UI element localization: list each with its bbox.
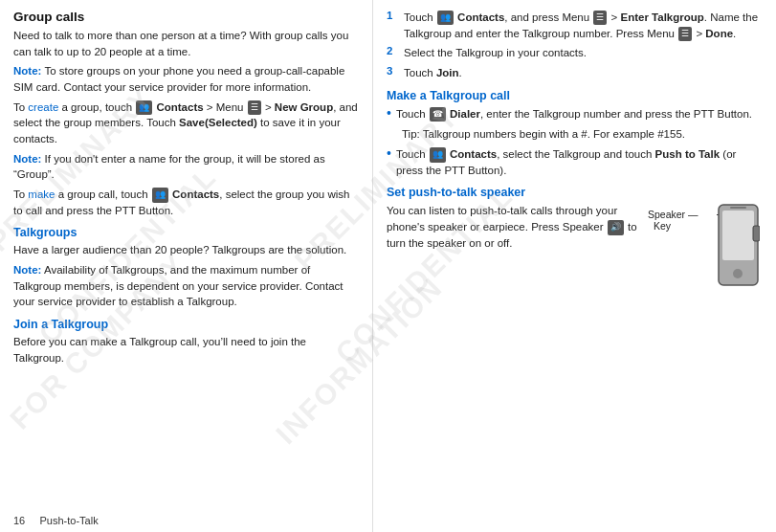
speaker-diagram: Speaker — Key (648, 203, 763, 294)
tip-text: Talkgroup numbers begin with a #. For ex… (420, 128, 685, 140)
svg-point-2 (733, 269, 743, 278)
make-link: make (28, 188, 55, 200)
done-bold: Done (705, 28, 733, 39)
step3-number: 3 (387, 65, 400, 77)
note1: Note: To store groups on your phone you … (13, 63, 359, 95)
speaker-section: You can listen to push-to-talk calls thr… (387, 203, 763, 294)
join-bold: Join (436, 67, 459, 78)
tip-section: Tip: Talkgroup numbers begin with a #. F… (402, 126, 763, 143)
svg-rect-4 (753, 226, 760, 241)
note1-text: To store groups on your phone you need a… (13, 65, 344, 93)
step1-number: 1 (387, 10, 400, 21)
phone-svg (717, 203, 760, 287)
bullet2: • Touch 👥 Contacts, select the Talkgroup… (387, 146, 763, 178)
page-footer: 16 Push-to-Talk (13, 515, 99, 526)
speaker-para: You can listen to push-to-talk calls thr… (387, 203, 640, 251)
bullet2-text: Touch 👥 Contacts, select the Talkgroup a… (396, 146, 763, 178)
speaker-label: Speaker — (648, 209, 698, 220)
menu-icon2: ☰ (593, 11, 607, 25)
tip-label: Tip: (402, 128, 420, 140)
note1-label: Note: (13, 65, 41, 77)
create-para: To create a group, touch 👥 Contacts > Me… (13, 100, 359, 147)
make-talkgroup-title: Make a Talkgroup call (387, 89, 763, 102)
bullet-section: • Touch ☎ Dialer, enter the Talkgroup nu… (387, 106, 763, 179)
menu-icon3: ☰ (678, 27, 692, 41)
push-to-talk-bold: Push to Talk (655, 148, 721, 160)
step3-item: 3 Touch Join. (387, 65, 763, 81)
menu-icon: ☰ (248, 100, 261, 115)
dialer-icon: ☎ (430, 107, 446, 122)
intro-text: Need to talk to more than one person at … (13, 28, 359, 59)
step2-item: 2 Select the Talkgroup in your contacts. (387, 45, 763, 61)
note3-text: Availability of Talkgroups, and the maxi… (13, 264, 344, 307)
talkgroups-intro: Have a larger audience than 20 people? T… (13, 242, 359, 258)
contacts-icon2: 👥 (152, 188, 168, 202)
svg-rect-1 (722, 211, 754, 260)
contacts-icon: 👥 (136, 100, 152, 115)
contacts-bold3: Contacts (457, 11, 504, 23)
page-container: PRELIMINARY CONFIDENTIAL FOR COMPANY PRE… (0, 0, 776, 532)
tip: Tip: Talkgroup numbers begin with a #. F… (402, 126, 763, 143)
enter-talkgroup-bold: Enter Talkgroup (620, 11, 703, 23)
join-talkgroup-title: Join a Talkgroup (13, 318, 359, 331)
contacts-bold1: Contacts (156, 101, 203, 113)
note3-label: Note: (13, 264, 41, 276)
key-label: Key (654, 220, 671, 232)
note2: Note: If you don't enter a name for the … (13, 151, 359, 183)
contacts-bold4: Contacts (450, 148, 497, 160)
create-link: create (28, 101, 58, 113)
new-group-bold: New Group (275, 101, 333, 113)
contacts-bold2: Contacts (172, 188, 219, 200)
step1-item: 1 Touch 👥 Contacts, and press Menu ☰ > E… (387, 10, 763, 41)
talkgroups-title: Talkgroups (13, 226, 359, 239)
contacts-icon4: 👥 (430, 147, 446, 162)
bullet1-dot: • (387, 105, 391, 121)
svg-rect-3 (730, 207, 746, 209)
make-para: To make a group call, touch 👥 Contacts, … (13, 187, 359, 218)
right-column: 1 Touch 👥 Contacts, and press Menu ☰ > E… (373, 0, 776, 532)
save-selected-bold: Save(Selected) (179, 117, 257, 128)
page-title: Group calls (13, 10, 359, 24)
left-column: Group calls Need to talk to more than on… (0, 0, 373, 532)
bullet1-text: Touch ☎ Dialer, enter the Talkgroup numb… (396, 106, 752, 122)
bullet1: • Touch ☎ Dialer, enter the Talkgroup nu… (387, 106, 763, 122)
speaker-icon: 🔊 (608, 220, 624, 234)
footer-page-number: 16 (13, 515, 25, 526)
dialer-bold: Dialer (450, 108, 480, 120)
footer-section: Push-to-Talk (40, 515, 99, 526)
note2-label: Note: (13, 153, 41, 165)
contacts-icon3: 👥 (437, 11, 454, 25)
join-text: Before you can make a Talkgroup call, yo… (13, 334, 359, 366)
step2-number: 2 (387, 45, 400, 56)
set-speaker-title: Set push-to-talk speaker (387, 186, 763, 199)
bullet2-dot: • (387, 145, 391, 161)
step1-text: Touch 👥 Contacts, and press Menu ☰ > Ent… (404, 10, 763, 41)
note3: Note: Availability of Talkgroups, and th… (13, 262, 359, 310)
note2-text: If you don't enter a name for the group,… (13, 153, 325, 181)
step2-text: Select the Talkgroup in your contacts. (404, 45, 587, 61)
step3-text: Touch Join. (404, 65, 462, 81)
